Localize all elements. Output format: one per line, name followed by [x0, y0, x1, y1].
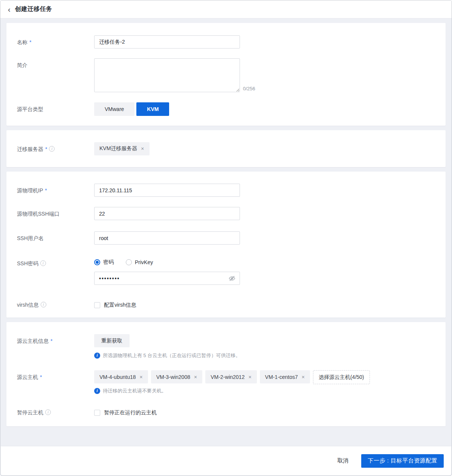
- radio-dot: [126, 259, 132, 265]
- checkbox-box: [94, 410, 100, 416]
- select-vm-button[interactable]: 选择源云主机(4/50): [313, 370, 370, 384]
- vm-tag: VM-3-win2008 ×: [151, 370, 202, 383]
- name-label: 名称 *: [17, 35, 94, 49]
- source-ip-input[interactable]: [94, 184, 240, 197]
- tag-label: VM-3-win2008: [156, 374, 190, 380]
- refresh-button[interactable]: 重新获取: [94, 334, 130, 347]
- vm-tag: VM-2-win2012 ×: [205, 370, 257, 383]
- basic-info-card: 名称 * 简介 0/256 源平台类型: [6, 23, 446, 126]
- migration-server-card: 迁移服务器 * i KVM迁移服务器 ×: [6, 130, 446, 167]
- char-counter: 0/256: [243, 86, 255, 92]
- vm-tag: VM-4-ubuntu18 ×: [94, 370, 148, 383]
- tag-label: VM-1-centos7: [265, 374, 298, 380]
- ssh-user-label: SSH用户名: [17, 231, 94, 245]
- vm-info-tip: i 所选源物理机上有 5 台云主机（正在运行或已暂停）可供迁移。: [94, 352, 435, 359]
- vm-info-row: 源云主机信息 * 重新获取 i 所选源物理机上有 5 台云主机（正在运行或已暂停…: [17, 334, 435, 370]
- vm-select-label: 源云主机 *: [17, 370, 94, 394]
- tag-label: VM-4-ubuntu18: [99, 374, 136, 380]
- pause-vm-checkbox[interactable]: 暂停正在运行的云主机: [94, 409, 435, 417]
- platform-option-vmware[interactable]: VMware: [94, 102, 134, 116]
- migration-server-tag: KVM迁移服务器 ×: [94, 142, 150, 155]
- platform-type-row: 源平台类型 VMware KVM: [17, 102, 435, 116]
- ssh-user-row: SSH用户名: [17, 231, 435, 245]
- info-icon: i: [41, 302, 46, 307]
- ssh-port-label: 源物理机SSH端口: [17, 207, 94, 220]
- tag-label: VM-2-win2012: [211, 374, 244, 380]
- radio-dot: [94, 259, 100, 265]
- required-mark: *: [45, 145, 47, 153]
- virsh-label: virsh信息 i: [17, 299, 94, 309]
- vm-tag: VM-1-centos7 ×: [260, 370, 310, 383]
- remove-tag-icon[interactable]: ×: [302, 374, 305, 380]
- required-mark: *: [29, 38, 31, 46]
- ssh-password-label: SSH密码 i: [17, 257, 94, 285]
- source-ip-label: 源物理机IP *: [17, 184, 94, 197]
- vm-shutdown-tip: i 待迁移的云主机请不要关机。: [94, 388, 435, 394]
- migration-server-row: 迁移服务器 * i KVM迁移服务器 ×: [17, 142, 435, 155]
- page-header: ‹ 创建迁移任务: [0, 0, 452, 18]
- remove-tag-icon[interactable]: ×: [248, 374, 251, 380]
- checkbox-box: [94, 302, 100, 308]
- migration-server-label: 迁移服务器 * i: [17, 142, 94, 155]
- page-title: 创建迁移任务: [15, 5, 52, 13]
- back-icon[interactable]: ‹: [8, 6, 11, 13]
- source-ip-row: 源物理机IP *: [17, 184, 435, 197]
- remove-tag-icon[interactable]: ×: [194, 374, 197, 380]
- radio-password[interactable]: 密码: [94, 259, 114, 266]
- radio-privkey[interactable]: PrivKey: [126, 259, 153, 265]
- info-icon: i: [45, 409, 51, 415]
- create-migration-task-page: ‹ 创建迁移任务 名称 * 简介 0/256: [0, 0, 452, 476]
- ssh-port-input[interactable]: [94, 207, 240, 220]
- form-content: 名称 * 简介 0/256 源平台类型: [0, 18, 452, 426]
- vm-select-row: 源云主机 * VM-4-ubuntu18 × VM-3-win2008 ×: [17, 370, 435, 394]
- description-label: 简介: [17, 58, 94, 92]
- cancel-button[interactable]: 取消: [337, 457, 348, 464]
- virsh-row: virsh信息 i 配置virsh信息: [17, 299, 435, 309]
- password-input[interactable]: [94, 272, 240, 285]
- info-icon: i: [49, 146, 55, 152]
- required-mark: *: [45, 187, 47, 194]
- description-row: 简介 0/256: [17, 58, 435, 92]
- virsh-checkbox[interactable]: 配置virsh信息: [94, 301, 435, 309]
- info-icon: i: [40, 260, 46, 266]
- description-textarea[interactable]: [94, 58, 240, 92]
- remove-tag-icon[interactable]: ×: [141, 146, 144, 151]
- source-vm-card: 源云主机信息 * 重新获取 i 所选源物理机上有 5 台云主机（正在运行或已暂停…: [6, 322, 446, 426]
- pause-vm-row: 暂停云主机 i 暂停正在运行的云主机: [17, 407, 435, 417]
- footer-bar: 取消 下一步 : 目标平台资源配置: [1, 446, 451, 475]
- platform-type-label: 源平台类型: [17, 102, 94, 116]
- ssh-port-row: 源物理机SSH端口: [17, 207, 435, 220]
- vm-info-label: 源云主机信息 *: [17, 334, 94, 370]
- tag-label: KVM迁移服务器: [99, 145, 137, 152]
- name-input[interactable]: [94, 35, 240, 49]
- remove-tag-icon[interactable]: ×: [140, 374, 143, 380]
- required-mark: *: [40, 373, 42, 381]
- name-row: 名称 *: [17, 35, 435, 49]
- pause-vm-label: 暂停云主机 i: [17, 407, 94, 417]
- info-filled-icon: i: [94, 388, 100, 394]
- info-filled-icon: i: [94, 353, 100, 359]
- ssh-user-input[interactable]: [94, 231, 240, 245]
- eye-off-icon[interactable]: [228, 275, 236, 282]
- platform-option-kvm[interactable]: KVM: [136, 102, 169, 116]
- required-mark: *: [50, 337, 52, 345]
- ssh-password-row: SSH密码 i 密码 PrivKey: [17, 257, 435, 285]
- next-step-button[interactable]: 下一步 : 目标平台资源配置: [361, 454, 444, 468]
- source-host-card: 源物理机IP * 源物理机SSH端口 SSH用户名: [6, 172, 446, 318]
